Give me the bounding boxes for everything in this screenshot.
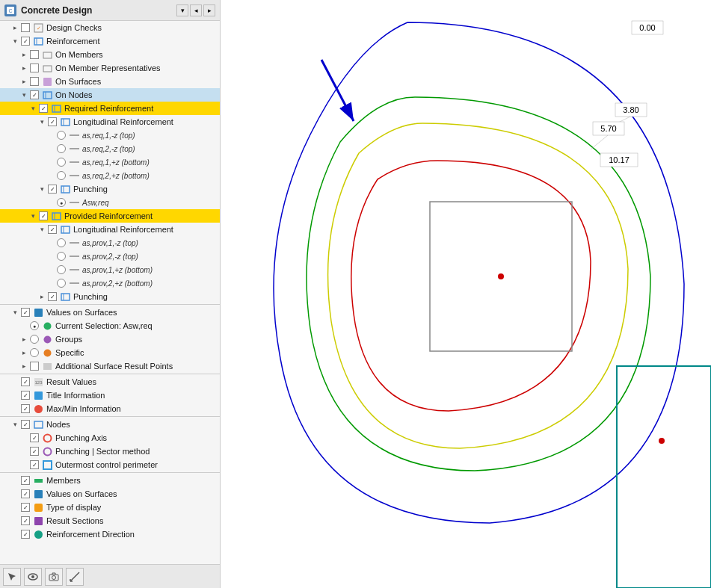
expand-longitudinal-1[interactable] (37, 117, 46, 126)
cb-on-nodes[interactable] (30, 90, 39, 99)
cb-on-members[interactable] (30, 50, 39, 59)
toolbar-measure-btn[interactable] (66, 568, 84, 586)
radio-groups[interactable] (30, 335, 39, 344)
radio-as-prov-2-z-bottom[interactable] (57, 279, 66, 288)
cb-title-information[interactable] (21, 391, 30, 400)
expand-values-on-surfaces[interactable] (10, 308, 19, 317)
expand-on-members[interactable] (19, 50, 28, 59)
tree-item-values-on-surfaces2[interactable]: Values on Surfaces (0, 487, 220, 501)
tree-item-reinforcement[interactable]: Reinforcement (0, 34, 220, 48)
expand-add-surf-points[interactable] (19, 362, 28, 371)
cb-design-checks[interactable] (21, 23, 30, 32)
cb-provided-reinforcement[interactable] (39, 211, 48, 220)
nav-dropdown-btn[interactable]: ▾ (176, 4, 188, 16)
tree-item-on-members[interactable]: On Members (0, 48, 220, 61)
tree-item-add-surf-points[interactable]: Additional Surface Result Points (0, 359, 220, 373)
cb-reinforcement[interactable] (21, 37, 30, 46)
expand-reinforcement[interactable] (10, 37, 19, 46)
tree-item-required-reinforcement[interactable]: Required Reinforcement (0, 102, 220, 115)
cb-required-reinforcement[interactable] (39, 104, 48, 113)
tree-item-outermost-control[interactable]: Outermost control perimeter (0, 458, 220, 471)
expand-punching-1[interactable] (37, 185, 46, 194)
cb-maxmin-information[interactable] (21, 404, 30, 413)
tree-item-current-selection[interactable]: Current Selection: Asw,req (0, 319, 220, 332)
cb-outermost-control[interactable] (30, 460, 39, 469)
expand-on-member-rep[interactable] (19, 64, 28, 72)
tree-item-result-sections[interactable]: Result Sections (0, 514, 220, 527)
cb-add-surf-points[interactable] (30, 362, 39, 371)
tree-item-groups[interactable]: Groups (0, 332, 220, 346)
toolbar-visibility-btn[interactable] (24, 568, 42, 586)
tree-item-punching-sector[interactable]: Punching | Sector method (0, 445, 220, 458)
radio-as-req-1-z-bottom[interactable] (57, 158, 66, 167)
cb-longitudinal-2[interactable] (48, 225, 57, 234)
cb-nodes[interactable] (21, 420, 30, 429)
tree-item-as-prov-2-top[interactable]: as,prov,2,-z (top) (0, 250, 220, 263)
tree-item-type-of-display[interactable]: Type of display (0, 501, 220, 514)
radio-as-prov-1-z-bottom[interactable] (57, 265, 66, 274)
radio-current-selection[interactable] (30, 321, 39, 330)
cb-punching-sector[interactable] (30, 447, 39, 456)
cb-result-sections[interactable] (21, 516, 30, 525)
nav-header-controls[interactable]: ▾ ◂ ▸ (176, 4, 215, 16)
radio-asw-req[interactable] (57, 198, 66, 207)
expand-groups[interactable] (19, 335, 28, 344)
toolbar-camera-btn[interactable] (45, 568, 63, 586)
radio-as-prov-2-top[interactable] (57, 252, 66, 261)
cb-reinforcement-direction[interactable] (21, 530, 30, 539)
expand-specific[interactable] (19, 348, 28, 357)
tree-item-provided-reinforcement[interactable]: Provided Reinforcement (0, 209, 220, 223)
expand-longitudinal-2[interactable] (37, 225, 46, 234)
radio-specific[interactable] (30, 348, 39, 357)
cb-on-member-rep[interactable] (30, 64, 39, 72)
radio-as-req-1-z-top[interactable] (57, 131, 66, 140)
expand-on-surfaces[interactable] (19, 77, 28, 86)
radio-as-req-2-top[interactable] (57, 144, 66, 153)
tree-item-on-nodes[interactable]: On Nodes (0, 88, 220, 102)
expand-on-nodes[interactable] (19, 90, 28, 99)
tree-item-punching-2[interactable]: Punching (0, 290, 220, 303)
tree-item-on-member-rep[interactable]: On Member Representatives (0, 61, 220, 75)
tree-item-design-checks[interactable]: ✓ Design Checks (0, 21, 220, 34)
expand-provided-reinforcement[interactable] (28, 211, 37, 220)
cb-values-on-surfaces2[interactable] (21, 489, 30, 498)
tree-item-values-on-surfaces[interactable]: Values on Surfaces (0, 306, 220, 319)
tree-item-as-prov-2-z-bottom[interactable]: as,prov,2,+z (bottom) (0, 276, 220, 290)
expand-required-reinforcement[interactable] (28, 104, 37, 113)
nav-prev-btn[interactable]: ◂ (190, 4, 202, 16)
nav-next-btn[interactable]: ▸ (203, 4, 215, 16)
tree-item-maxmin-information[interactable]: Max/Min Information (0, 402, 220, 415)
tree-item-asw-req[interactable]: Asw,req (0, 196, 220, 209)
cb-punching-axis[interactable] (30, 433, 39, 442)
tree-item-as-req-1-z-top[interactable]: as,req,1,-z (top) (0, 129, 220, 142)
expand-punching-2[interactable] (37, 292, 46, 301)
cb-on-surfaces[interactable] (30, 77, 39, 86)
tree-item-as-req-2-z-bottom[interactable]: as,req,2,+z (bottom) (0, 169, 220, 182)
expand-design-checks[interactable] (10, 23, 19, 32)
tree-item-punching-1[interactable]: Punching (0, 182, 220, 196)
tree-item-on-surfaces[interactable]: On Surfaces (0, 75, 220, 88)
tree-item-as-prov-1-z-bottom[interactable]: as,prov,1,+z (bottom) (0, 263, 220, 276)
tree-item-as-prov-1-z-top[interactable]: as,prov,1,-z (top) (0, 236, 220, 250)
tree-item-members[interactable]: Members (0, 474, 220, 487)
radio-as-prov-1-z-top[interactable] (57, 238, 66, 247)
cb-type-of-display[interactable] (21, 503, 30, 512)
tree-item-reinforcement-direction[interactable]: Reinforcement Direction (0, 527, 220, 541)
tree-item-punching-axis[interactable]: Punching Axis (0, 431, 220, 445)
cb-result-values[interactable] (21, 377, 30, 386)
cb-punching-2[interactable] (48, 292, 57, 301)
tree-item-title-information[interactable]: Title Information (0, 389, 220, 402)
tree-item-nodes[interactable]: Nodes (0, 418, 220, 431)
tree-item-longitudinal-1[interactable]: Longitudinal Reinforcement (0, 115, 220, 129)
tree-item-result-values[interactable]: 123 Result Values (0, 375, 220, 389)
toolbar-cursor-btn[interactable] (3, 568, 21, 586)
cb-punching-1[interactable] (48, 185, 57, 194)
tree-item-as-req-1-z-bottom[interactable]: as,req,1,+z (bottom) (0, 155, 220, 169)
expand-nodes[interactable] (10, 420, 19, 429)
cb-members[interactable] (21, 476, 30, 485)
radio-as-req-2-z-bottom[interactable] (57, 171, 66, 180)
tree-item-as-req-2-top[interactable]: as,req,2,-z (top) (0, 142, 220, 155)
cb-values-on-surfaces[interactable] (21, 308, 30, 317)
tree-item-specific[interactable]: Specific (0, 346, 220, 359)
tree-item-longitudinal-2[interactable]: Longitudinal Reinforcement (0, 223, 220, 236)
